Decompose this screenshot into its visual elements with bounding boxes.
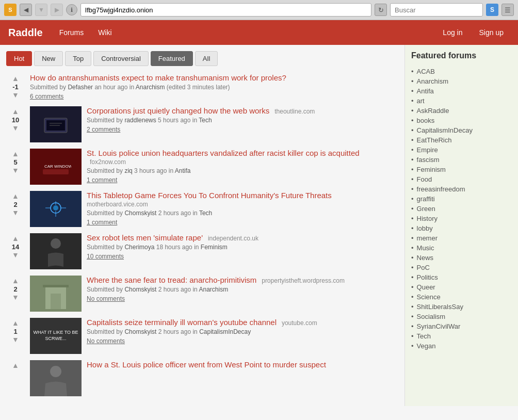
post-forum[interactable]: Tech: [199, 209, 212, 217]
list-item: Antifa: [411, 86, 512, 96]
sidebar-item-green[interactable]: Green: [417, 205, 435, 213]
list-item: lobby: [411, 223, 512, 233]
sidebar-item-science[interactable]: Science: [417, 293, 441, 301]
browser-search[interactable]: [390, 3, 483, 17]
sidebar-item-eattherich[interactable]: EatTheRich: [417, 136, 452, 144]
post-forum[interactable]: CapitalismInDecay: [199, 328, 251, 335]
post-title[interactable]: St. Louis police union headquarters vand…: [87, 149, 360, 157]
post-author[interactable]: Chomskyist: [124, 328, 156, 335]
sidebar-item-freeasinfreedom[interactable]: freeasinfreedom: [417, 185, 465, 193]
post-author[interactable]: Chomskyist: [124, 209, 156, 217]
post-comments-link[interactable]: 2 comments: [87, 126, 398, 133]
sidebar-item-food[interactable]: Food: [417, 175, 432, 183]
post-comments-link[interactable]: 1 comment: [87, 219, 398, 226]
sidebar-item-lobby[interactable]: lobby: [417, 224, 433, 232]
sidebar-item-news[interactable]: News: [417, 254, 434, 262]
sidebar-item-music[interactable]: Music: [417, 244, 434, 252]
vote-column: ▲ -1 ▼: [6, 73, 25, 100]
post-comments-link[interactable]: No comments: [87, 295, 398, 302]
tab-featured[interactable]: Featured: [151, 51, 193, 66]
post-title[interactable]: Capitalists seize terminally ill woman's…: [87, 318, 277, 327]
browser-menu-button[interactable]: ☰: [501, 4, 514, 16]
sidebar-item-shitliberalssay[interactable]: ShitLiberalsSay: [417, 303, 463, 311]
sidebar-item-poc[interactable]: PoC: [417, 264, 430, 271]
sidebar-item-askraddle[interactable]: AskRaddle: [417, 107, 449, 115]
post-title[interactable]: Sex robot lets men 'simulate rape': [87, 233, 203, 242]
post-title[interactable]: How do antranshumanists expect to make t…: [30, 73, 286, 82]
sidebar-item-syriancivilwar[interactable]: SyrianCivilWar: [417, 322, 461, 330]
nav-wiki[interactable]: Wiki: [92, 24, 118, 41]
downvote-button[interactable]: ▼: [12, 335, 19, 344]
sidebar-item-empire[interactable]: Empire: [417, 146, 438, 154]
post-comments-link[interactable]: 6 comments: [30, 93, 398, 100]
sidebar-item-acab[interactable]: ACAB: [417, 68, 435, 75]
sidebar-item-fascism[interactable]: fascism: [417, 156, 440, 164]
sidebar-item-politics[interactable]: Politics: [417, 273, 438, 281]
sidebar-item-memer[interactable]: memer: [417, 234, 438, 242]
sidebar-item-socialism[interactable]: Socialism: [417, 313, 446, 320]
upvote-button[interactable]: ▲: [12, 319, 19, 328]
sidebar-item-queer[interactable]: Queer: [417, 283, 435, 291]
downvote-button[interactable]: ▼: [12, 166, 19, 175]
list-item: SyrianCivilWar: [411, 321, 512, 331]
upvote-button[interactable]: ▲: [12, 192, 19, 201]
post-title[interactable]: This Tabletop Game Forces You To Confron…: [87, 191, 332, 200]
sidebar-item-books[interactable]: books: [417, 117, 435, 124]
post-title[interactable]: Where the sane fear to tread: anarcho-pr…: [87, 276, 256, 284]
table-row: ▲ 2 ▼ This Tabletop Game Forces You To C…: [6, 191, 398, 227]
post-title[interactable]: How a St. Louis police officer went from…: [87, 360, 326, 369]
sidebar-item-feminism[interactable]: Feminism: [417, 166, 446, 173]
login-link[interactable]: Log in: [436, 24, 468, 41]
signup-link[interactable]: Sign up: [473, 24, 510, 41]
post-author[interactable]: Chomskyist: [124, 286, 156, 293]
sidebar-item-anarchism[interactable]: Anarchism: [417, 77, 448, 85]
browser-icon-s2: S: [486, 4, 498, 16]
upvote-button[interactable]: ▲: [12, 150, 19, 158]
list-item: Politics: [411, 272, 512, 282]
post-comments-link[interactable]: No comments: [87, 337, 398, 345]
sidebar-item-graffiti[interactable]: graffiti: [417, 195, 435, 203]
upvote-button[interactable]: ▲: [12, 107, 19, 116]
downvote-button[interactable]: ▼: [12, 251, 19, 260]
tab-all[interactable]: All: [195, 51, 218, 66]
sidebar-item-vegan[interactable]: Vegan: [417, 342, 436, 350]
post-author[interactable]: Cherimoya: [124, 244, 154, 251]
nav-forums[interactable]: Forums: [53, 24, 90, 41]
post-author[interactable]: raddlenews: [124, 117, 156, 124]
post-forum[interactable]: Anarchism: [136, 84, 165, 91]
back-button[interactable]: ◀: [20, 4, 32, 16]
post-thumbnail: WHAT IT LIKE TO BE SCRWE...: [30, 318, 82, 354]
post-author[interactable]: ziq: [124, 167, 132, 174]
post-comments-link[interactable]: 1 comment: [87, 176, 398, 184]
downvote-button[interactable]: ▼: [12, 124, 19, 133]
post-forum[interactable]: Tech: [199, 117, 212, 124]
tab-new[interactable]: New: [34, 51, 63, 66]
post-author[interactable]: Defasher: [68, 84, 93, 91]
tab-top[interactable]: Top: [65, 51, 91, 66]
reload-button[interactable]: ↻: [375, 4, 387, 16]
settings-button[interactable]: ▼: [35, 4, 47, 16]
url-bar[interactable]: [80, 3, 371, 17]
sidebar-item-capitalismindecay[interactable]: CapitalismInDecay: [417, 126, 473, 134]
upvote-button[interactable]: ▲: [12, 74, 19, 83]
tab-hot[interactable]: Hot: [6, 51, 32, 66]
downvote-button[interactable]: ▼: [12, 91, 19, 100]
sidebar-item-antifa[interactable]: Antifa: [417, 87, 434, 95]
downvote-button[interactable]: ▼: [12, 208, 19, 217]
post-forum[interactable]: Antifa: [175, 167, 191, 174]
upvote-button[interactable]: ▲: [12, 234, 19, 243]
sidebar-item-tech[interactable]: Tech: [417, 332, 431, 340]
upvote-button[interactable]: ▲: [12, 277, 19, 285]
sidebar-item-history[interactable]: History: [417, 215, 438, 222]
downvote-button[interactable]: ▼: [12, 293, 19, 302]
site-logo[interactable]: Raddle: [8, 27, 43, 39]
post-title[interactable]: Corporations just quietly changed how th…: [87, 106, 269, 115]
post-forum[interactable]: Anarchism: [199, 286, 228, 293]
sidebar-item-art[interactable]: art: [417, 97, 425, 105]
tab-controversial[interactable]: Controversial: [93, 51, 149, 66]
post-forum[interactable]: Feminism: [201, 244, 228, 251]
post-comments-link[interactable]: 10 comments: [87, 253, 398, 260]
forward-button[interactable]: ▶: [51, 4, 63, 16]
upvote-button[interactable]: ▲: [12, 361, 19, 370]
info-button[interactable]: ℹ: [66, 4, 77, 15]
